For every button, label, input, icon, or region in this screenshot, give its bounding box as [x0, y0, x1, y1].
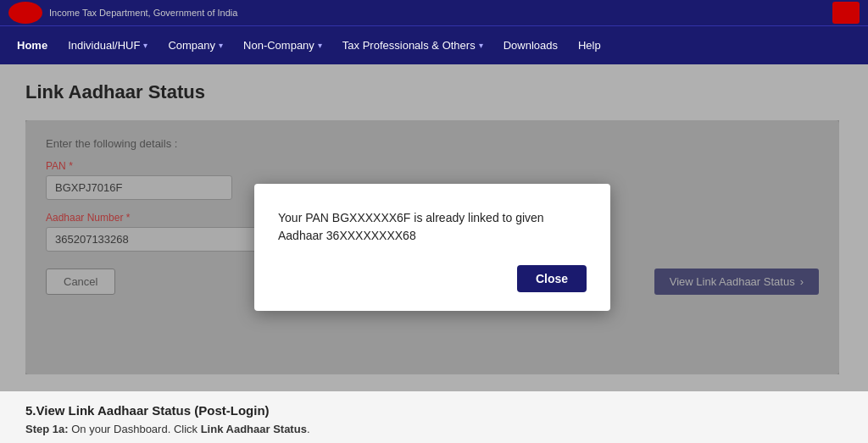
step-link: Link Aadhaar Status [201, 423, 307, 435]
form-area: Enter the following details : PAN * Aadh… [25, 120, 839, 374]
modal-close-button[interactable]: Close [517, 265, 587, 292]
nav-item-taxprofessionals[interactable]: Tax Professionals & Others ▾ [332, 26, 493, 65]
step-label: Step 1a: [25, 423, 69, 435]
top-bar: Income Tax Department, Government of Ind… [0, 0, 868, 25]
modal-footer: Close [278, 265, 587, 292]
nav-item-individual[interactable]: Individual/HUF ▾ [58, 26, 158, 65]
bottom-section-title: 5.View Link Aadhaar Status (Post-Login) [25, 403, 843, 418]
nav-item-noncompany[interactable]: Non-Company ▾ [233, 26, 332, 65]
nav-item-home[interactable]: Home [7, 26, 58, 65]
modal-overlay: Your PAN BGXXXXXX6F is already linked to… [25, 120, 839, 374]
main-nav: Home Individual/HUF ▾ Company ▾ Non-Comp… [0, 25, 868, 64]
content-area: Link Aadhaar Status Enter the following … [0, 64, 868, 391]
site-title: Income Tax Department, Government of Ind… [49, 8, 237, 18]
nav-item-help[interactable]: Help [568, 26, 611, 65]
logo [8, 2, 42, 24]
top-right-logo [832, 2, 860, 24]
modal-message: Your PAN BGXXXXXX6F is already linked to… [278, 209, 587, 245]
bottom-content: 5.View Link Aadhaar Status (Post-Login) … [0, 391, 868, 443]
chevron-icon: ▾ [143, 41, 147, 50]
modal-dialog: Your PAN BGXXXXXX6F is already linked to… [254, 184, 610, 311]
nav-item-company[interactable]: Company ▾ [158, 26, 233, 65]
page-title: Link Aadhaar Status [25, 81, 843, 103]
chevron-icon: ▾ [479, 41, 483, 50]
bottom-step-text: Step 1a: On your Dashboard. Click Link A… [25, 423, 843, 435]
nav-item-downloads[interactable]: Downloads [493, 26, 568, 65]
chevron-icon: ▾ [219, 41, 223, 50]
chevron-icon: ▾ [318, 41, 322, 50]
